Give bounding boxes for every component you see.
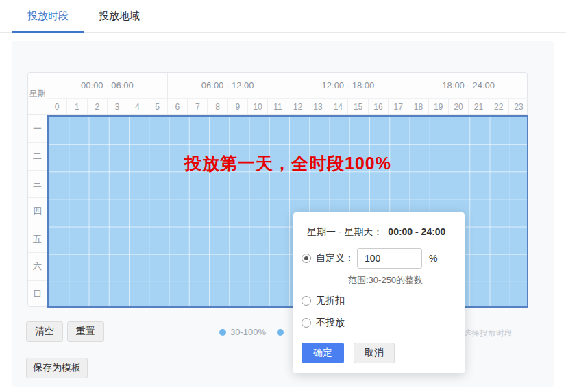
legend-dot-icon bbox=[219, 329, 226, 336]
time-range-1[interactable]: 06:00 - 12:00 bbox=[168, 73, 288, 99]
day-header-6[interactable]: 日 bbox=[28, 281, 47, 308]
dialog-title-days: 星期一 - 星期天： bbox=[307, 226, 382, 237]
hour-header-9[interactable]: 9 bbox=[228, 99, 248, 115]
day-header-4[interactable]: 五 bbox=[28, 225, 47, 253]
hour-header-5[interactable]: 5 bbox=[147, 99, 167, 115]
hour-header-3[interactable]: 3 bbox=[108, 99, 127, 115]
hour-header-12[interactable]: 12 bbox=[288, 99, 308, 115]
page: 投放时段 投放地域 星期 00:00 - 06:0006:00 - 12:001… bbox=[0, 0, 566, 392]
radio-button-icon[interactable] bbox=[302, 296, 311, 306]
week-corner-label: 星期 bbox=[28, 73, 47, 115]
cancel-button[interactable]: 取消 bbox=[354, 343, 395, 363]
day-header-5[interactable]: 六 bbox=[28, 253, 47, 280]
option-no-delivery-label: 不投放 bbox=[316, 317, 345, 329]
hour-header-7[interactable]: 7 bbox=[188, 99, 208, 115]
custom-percent-input[interactable] bbox=[357, 248, 422, 269]
legend-item: 30-100% bbox=[219, 327, 266, 337]
option-no-delivery[interactable]: 不投放 bbox=[293, 317, 465, 329]
radio-button-icon[interactable] bbox=[302, 318, 311, 328]
hour-header-19[interactable]: 19 bbox=[429, 99, 449, 115]
hour-header-8[interactable]: 8 bbox=[208, 99, 227, 115]
dialog-actions: 确定 取消 bbox=[293, 339, 465, 363]
radio-button-icon[interactable] bbox=[302, 254, 311, 263]
hour-header-18[interactable]: 18 bbox=[408, 99, 428, 115]
hour-header-10[interactable]: 10 bbox=[248, 99, 268, 115]
day-header-0[interactable]: 一 bbox=[28, 115, 47, 143]
clear-button[interactable]: 清空 bbox=[26, 321, 63, 342]
option-no-discount[interactable]: 无折扣 bbox=[293, 295, 465, 307]
dialog-title-time: 00:00 - 24:00 bbox=[388, 226, 445, 237]
hour-header-23[interactable]: 23 bbox=[509, 99, 528, 115]
time-range-0[interactable]: 00:00 - 06:00 bbox=[47, 73, 168, 99]
hour-header-21[interactable]: 21 bbox=[469, 99, 489, 115]
option-custom-label: 自定义： bbox=[316, 252, 354, 265]
time-ranges-row: 00:00 - 06:0006:00 - 12:0012:00 - 18:001… bbox=[47, 73, 528, 99]
hour-header-2[interactable]: 2 bbox=[88, 99, 108, 115]
hour-header-13[interactable]: 13 bbox=[308, 99, 328, 115]
reset-button[interactable]: 重置 bbox=[67, 321, 104, 342]
tab-delivery-region[interactable]: 投放地域 bbox=[84, 0, 155, 32]
schedule-overlay-annotation: 投放第一天，全时段100% bbox=[49, 152, 527, 175]
range-hint: 范围:30-250的整数 bbox=[293, 274, 465, 286]
days-column: 一二三四五六日 bbox=[28, 115, 47, 308]
legend-label: 30-100% bbox=[230, 327, 266, 337]
hour-header-16[interactable]: 16 bbox=[369, 99, 389, 115]
legend: 30-100% bbox=[219, 327, 288, 337]
hour-header-0[interactable]: 0 bbox=[47, 99, 67, 115]
legend-dot-icon bbox=[277, 329, 284, 336]
discount-settings-dialog: 星期一 - 星期天： 00:00 - 24:00 自定义： % 范围:30-25… bbox=[293, 212, 465, 373]
percent-unit-label: % bbox=[429, 253, 437, 264]
hour-header-22[interactable]: 22 bbox=[489, 99, 509, 115]
hour-header-14[interactable]: 14 bbox=[328, 99, 348, 115]
day-header-1[interactable]: 二 bbox=[28, 143, 47, 170]
time-range-2[interactable]: 12:00 - 18:00 bbox=[288, 73, 409, 99]
hour-header-17[interactable]: 17 bbox=[389, 99, 408, 115]
hours-row: 01234567891011121314151617181920212223 bbox=[47, 99, 528, 115]
hour-header-1[interactable]: 1 bbox=[67, 99, 87, 115]
save-as-template-button[interactable]: 保存为模板 bbox=[26, 358, 88, 378]
hour-header-20[interactable]: 20 bbox=[449, 99, 469, 115]
option-no-discount-label: 无折扣 bbox=[316, 295, 345, 307]
tab-delivery-time[interactable]: 投放时段 bbox=[12, 0, 84, 32]
hour-header-15[interactable]: 15 bbox=[348, 99, 368, 115]
option-custom[interactable]: 自定义： % bbox=[293, 248, 465, 269]
day-header-2[interactable]: 三 bbox=[28, 171, 47, 198]
confirm-button[interactable]: 确定 bbox=[302, 343, 344, 363]
time-range-3[interactable]: 18:00 - 24:00 bbox=[408, 73, 528, 99]
day-header-3[interactable]: 四 bbox=[28, 198, 47, 225]
dialog-title: 星期一 - 星期天： 00:00 - 24:00 bbox=[293, 226, 465, 238]
hour-header-6[interactable]: 6 bbox=[168, 99, 188, 115]
legend-item bbox=[277, 329, 288, 336]
hour-header-4[interactable]: 4 bbox=[127, 99, 147, 115]
tab-bar: 投放时段 投放地域 bbox=[0, 0, 566, 33]
hour-header-11[interactable]: 11 bbox=[268, 99, 288, 115]
